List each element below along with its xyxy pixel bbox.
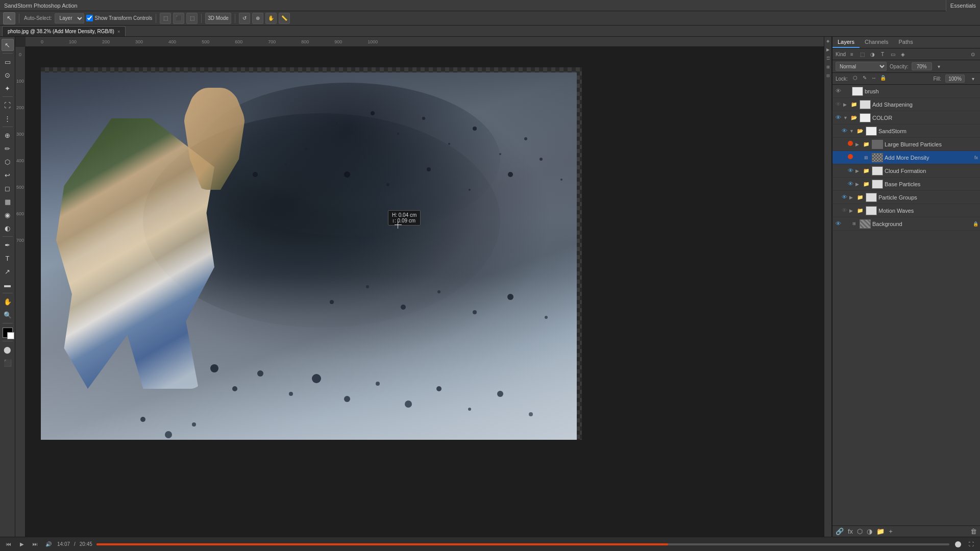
opacity-value[interactable]: 70% — [912, 62, 932, 70]
layer-base-particles[interactable]: 👁 ▶ 📁 Base Particles — [832, 178, 980, 191]
background-color[interactable] — [7, 332, 14, 339]
eyedropper-tool[interactable]: ⋮ — [2, 112, 14, 124]
history-tool[interactable]: ↩ — [2, 169, 14, 181]
layer-motion-waves[interactable]: 👁 ▶ 📁 Motion Waves — [832, 204, 980, 217]
filter-smart-icon[interactable]: ◈ — [899, 50, 907, 58]
filter-adjust-icon[interactable]: ◑ — [868, 50, 876, 58]
add-style-btn[interactable]: fx — [848, 528, 853, 535]
new-fill-adj-btn[interactable]: ◑ — [867, 528, 872, 535]
layer-eye-cloud[interactable]: 👁 — [847, 167, 854, 174]
fill-dropdown[interactable]: ▾ — [969, 74, 977, 83]
shape-tool[interactable]: ▬ — [2, 279, 14, 291]
layer-add-more-density[interactable]: ⊞ Add More Density fx — [832, 151, 980, 164]
screen-mode-btn[interactable]: ⬛ — [2, 357, 14, 369]
path-tool[interactable]: ↗ — [2, 265, 14, 278]
lock-transparent-icon[interactable]: ⬡ — [852, 75, 859, 82]
tab-channels[interactable]: Channels — [860, 37, 893, 48]
blur-tool[interactable]: ◉ — [2, 209, 14, 221]
3d-mode-btn[interactable]: 3D Mode — [205, 13, 231, 24]
ai-btn-1[interactable]: ◈ — [824, 39, 831, 46]
auto-select-dropdown[interactable]: Layer Group — [55, 13, 84, 23]
timeline-audio-btn[interactable]: 🔊 — [44, 540, 53, 549]
layer-eye-background[interactable]: 👁 — [835, 220, 842, 228]
timeline-fullscreen-btn[interactable]: ⛶ — [967, 540, 976, 549]
gradient-tool[interactable]: ▦ — [2, 195, 14, 208]
ai-btn-2[interactable]: ▶ — [824, 47, 831, 55]
quick-mask-btn[interactable]: ⬤ — [2, 343, 14, 356]
timeline-next-btn[interactable]: ⏭ — [31, 540, 40, 549]
eraser-tool[interactable]: ◻ — [2, 182, 14, 194]
foreground-color[interactable] — [3, 328, 13, 338]
show-transform-label[interactable]: Show Transform Controls — [86, 15, 152, 21]
lasso-tool[interactable]: ⊙ — [2, 69, 14, 81]
filter-pixel-icon[interactable]: ⬚ — [858, 50, 866, 58]
pen-tool[interactable]: ✒ — [2, 239, 14, 251]
timeline-progress-bar[interactable] — [96, 543, 949, 545]
ai-btn-4[interactable]: ⊞ — [824, 65, 831, 72]
add-mask-btn[interactable]: ⬡ — [857, 528, 863, 535]
new-layer-btn[interactable]: + — [889, 528, 893, 535]
ai-btn-5[interactable]: ⊟ — [824, 73, 831, 81]
blend-mode-select[interactable]: Normal Multiply Screen Overlay — [836, 62, 887, 71]
canvas-area[interactable]: H: 0.04 cm ↕: 0.09 cm — [26, 47, 824, 537]
layer-eye-large-blurred[interactable] — [847, 141, 854, 148]
layer-eye-motion-waves[interactable]: 👁 — [841, 207, 848, 214]
brush-tool[interactable]: ✏ — [2, 142, 14, 155]
crop-tool[interactable]: ⛶ — [2, 99, 14, 111]
ruler-btn[interactable]: 📏 — [279, 13, 290, 24]
photo-tab[interactable]: photo.jpg @ 38.2% (Add More Density, RGB… — [2, 26, 126, 36]
align-center-btn[interactable]: ⬛ — [173, 13, 184, 24]
filter-shape-icon[interactable]: ▭ — [889, 50, 897, 58]
hand-tool[interactable]: ✋ — [2, 295, 14, 308]
layer-particle-groups[interactable]: 👁 ▶ 📁 Particle Groups — [832, 191, 980, 204]
layer-arrow-motion-waves[interactable]: ▶ — [849, 208, 854, 213]
tab-paths[interactable]: Paths — [894, 37, 918, 48]
layer-add-sharpening[interactable]: 👁 ▶ 📁 Add Sharpening — [832, 98, 980, 111]
new-group-btn[interactable]: 📁 — [876, 528, 885, 535]
link-layers-btn[interactable]: 🔗 — [836, 528, 844, 535]
heal-tool[interactable]: ⊕ — [2, 129, 14, 141]
layer-eye-color[interactable]: 👁 — [835, 114, 842, 121]
tab-layers[interactable]: Layers — [832, 37, 860, 48]
timeline-play-btn[interactable]: ▶ — [17, 540, 27, 549]
layer-eye-sandstorm[interactable]: 👁 — [841, 128, 848, 135]
filter-toggle[interactable]: ⊙ — [969, 50, 977, 58]
text-tool[interactable]: T — [2, 252, 14, 264]
layer-eye-brush[interactable]: 👁 — [835, 88, 842, 95]
timeline-knob[interactable] — [955, 541, 961, 547]
layer-cloud-formation[interactable]: 👁 ▶ 📁 Cloud Formation — [832, 164, 980, 178]
move-tool-btn[interactable]: ↖ — [3, 12, 15, 24]
tab-close-btn[interactable]: × — [117, 29, 120, 34]
delete-layer-btn[interactable]: 🗑 — [970, 528, 977, 535]
layer-arrow-large-blurred[interactable]: ▶ — [855, 142, 861, 147]
quick-select-tool[interactable]: ✦ — [2, 82, 14, 94]
layer-arrow-color[interactable]: ▼ — [843, 115, 848, 120]
layer-brush[interactable]: 👁 brush — [832, 85, 980, 98]
layer-eye-particle-groups[interactable]: 👁 — [841, 194, 848, 201]
layer-arrow-sharpening[interactable]: ▶ — [843, 102, 848, 107]
filter-type-icon[interactable]: T — [878, 50, 887, 58]
fill-value[interactable]: 100% — [945, 74, 965, 83]
opacity-dropdown[interactable]: ▾ — [935, 62, 943, 70]
rotate-btn[interactable]: ↺ — [239, 13, 250, 24]
lock-all-icon[interactable]: 🔒 — [879, 75, 887, 82]
layer-arrow-sandstorm[interactable]: ▼ — [849, 129, 854, 134]
lock-position-icon[interactable]: ↔ — [870, 75, 877, 82]
layer-eye-base-particles[interactable]: 👁 — [847, 181, 854, 188]
marquee-tool[interactable]: ▭ — [2, 56, 14, 68]
hand-btn[interactable]: ✋ — [265, 13, 277, 24]
select-move-tool[interactable]: ↖ — [2, 39, 14, 51]
show-transform-checkbox[interactable] — [86, 15, 93, 21]
layer-background[interactable]: 👁 ⊞ Background 🔒 — [832, 217, 980, 231]
timeline-prev-btn[interactable]: ⏮ — [4, 540, 13, 549]
layer-arrow-particle-groups[interactable]: ▶ — [849, 195, 854, 200]
zoom-btn[interactable]: ⊕ — [252, 13, 263, 24]
layer-color[interactable]: 👁 ▼ 📂 COLOR — [832, 111, 980, 124]
dodge-tool[interactable]: ◐ — [2, 222, 14, 234]
layer-arrow-cloud[interactable]: ▶ — [855, 168, 861, 173]
ai-btn-3[interactable]: ☲ — [824, 56, 831, 63]
layer-eye-sharpening[interactable]: 👁 — [835, 101, 842, 108]
stamp-tool[interactable]: ⬡ — [2, 156, 14, 168]
layer-sandstorm[interactable]: 👁 ▼ 📂 SandStorm — [832, 124, 980, 138]
layer-arrow-base-particles[interactable]: ▶ — [855, 182, 861, 187]
